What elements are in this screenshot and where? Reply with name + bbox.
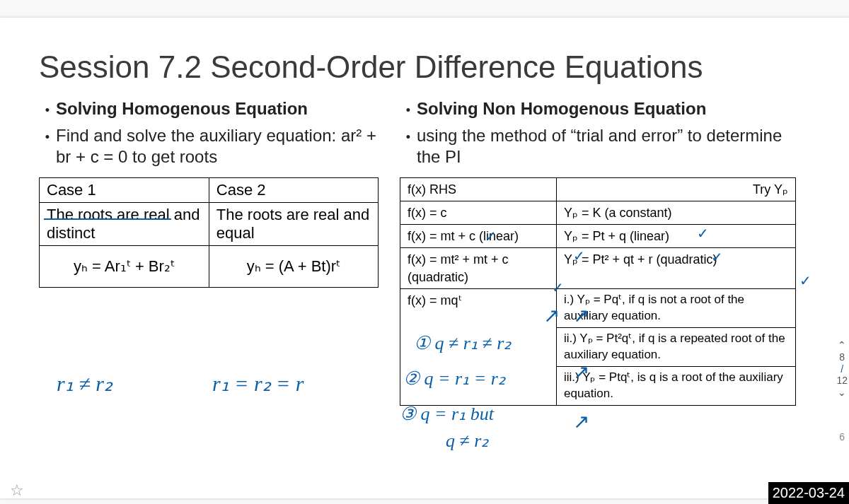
trial-row4-r3: iii.) Yₚ = Ptqᵗ, is q is a root of the a… <box>557 366 796 405</box>
left-bullet-1: • Solving Homogenous Equation <box>39 98 379 119</box>
tick-icon: ✓ <box>573 247 585 264</box>
left-bullet-2: • Find and solve the auxiliary equation:… <box>39 125 379 168</box>
side-slash: / <box>841 363 843 375</box>
bullet-dot-icon: • <box>400 98 417 119</box>
hand-note-6: q ≠ r₂ <box>446 430 488 452</box>
left-bullet-2-text: Find and solve the auxiliary equation: a… <box>56 125 379 168</box>
trial-head-l: f(x) RHS <box>400 177 557 201</box>
arrow-icon: ↗ <box>573 304 589 327</box>
left-bullet-1-text: Solving Homogenous Equation <box>56 98 308 119</box>
star-icon[interactable]: ☆ <box>10 481 24 500</box>
side-down[interactable]: ⌄ <box>836 387 848 399</box>
hand-note-1: r₁ ≠ r₂ <box>57 371 112 396</box>
case2-head: Case 2 <box>209 177 378 202</box>
right-bullet-2-text: using the method of “trial and error” to… <box>417 125 810 168</box>
tick-icon: ✓ <box>799 272 812 289</box>
hand-note-3: ① q ≠ r₁ ≠ r₂ <box>414 332 511 354</box>
trial-row1-l: f(x) = c <box>400 201 557 224</box>
arrow-icon: ↗ <box>573 361 589 384</box>
tick-icon: ✓ <box>552 279 564 296</box>
bullet-dot-icon: • <box>39 98 56 119</box>
right-bullet-1-text: Solving Non Homogenous Equation <box>417 98 706 119</box>
side-readout: ⌃ 8 / 12 ⌄ 6 <box>836 339 848 443</box>
bullet-dot-icon: • <box>39 125 56 146</box>
hand-note-4: ② q = r₁ = r₂ <box>403 368 505 389</box>
tick-icon: ✓ <box>711 249 723 266</box>
timestamp-label: 2022-03-24 <box>768 482 849 504</box>
trial-row1-r: Yₚ = K (a constant) <box>557 201 796 224</box>
trial-row3-r: Yₚ = Pt² + qt + r (quadratic) <box>557 248 796 289</box>
side-8: 8 <box>836 351 848 363</box>
underline-annotation <box>44 218 171 220</box>
case2-y: yₕ = (A + Bt)rᵗ <box>209 245 378 287</box>
side-12: 12 <box>836 375 848 387</box>
case1-head: Case 1 <box>40 177 209 202</box>
cases-table: Case 1 Case 2 The roots are real and dis… <box>39 177 379 288</box>
tick-icon: ✓ <box>485 228 497 245</box>
hand-note-2: r₁ = r₂ = r <box>212 371 304 396</box>
side-up[interactable]: ⌃ <box>836 339 848 351</box>
bullet-dot-icon: • <box>400 125 417 146</box>
left-column: • Solving Homogenous Equation • Find and… <box>39 98 379 406</box>
trial-row2-l: f(x) = mt + c (linear) <box>400 225 557 248</box>
slide-title: Session 7.2 Second-Order Difference Equa… <box>39 49 810 86</box>
case2-text: The roots are real and equal <box>209 202 378 245</box>
case1-y: yₕ = Ar₁ᵗ + Br₂ᵗ <box>40 245 209 287</box>
trial-row4-r2: ii.) Yₚ = Pt²qᵗ, if q is a repeated root… <box>557 327 796 366</box>
right-column: • Solving Non Homogenous Equation • usin… <box>400 98 810 406</box>
arrow-icon: ↗ <box>573 410 589 433</box>
right-bullet-1: • Solving Non Homogenous Equation <box>400 98 810 119</box>
right-bullet-2: • using the method of “trial and error” … <box>400 125 810 168</box>
hand-note-5: ③ q = r₁ but <box>400 403 494 425</box>
tick-icon: ✓ <box>697 225 709 242</box>
side-6: 6 <box>836 431 848 443</box>
arrow-icon: ↗ <box>543 304 560 327</box>
trial-row4-r1: i.) Yₚ = Pqᵗ, if q is not a root of the … <box>557 289 796 328</box>
case1-text: The roots are real and distinct <box>47 206 200 242</box>
trial-head-r: Try Yₚ <box>557 177 796 201</box>
columns: • Solving Homogenous Equation • Find and… <box>39 98 810 406</box>
trial-row2-r: Yₚ = Pt + q (linear) <box>557 225 796 248</box>
trial-row3-l: f(x) = mt² + mt + c (quadratic) <box>400 248 557 289</box>
